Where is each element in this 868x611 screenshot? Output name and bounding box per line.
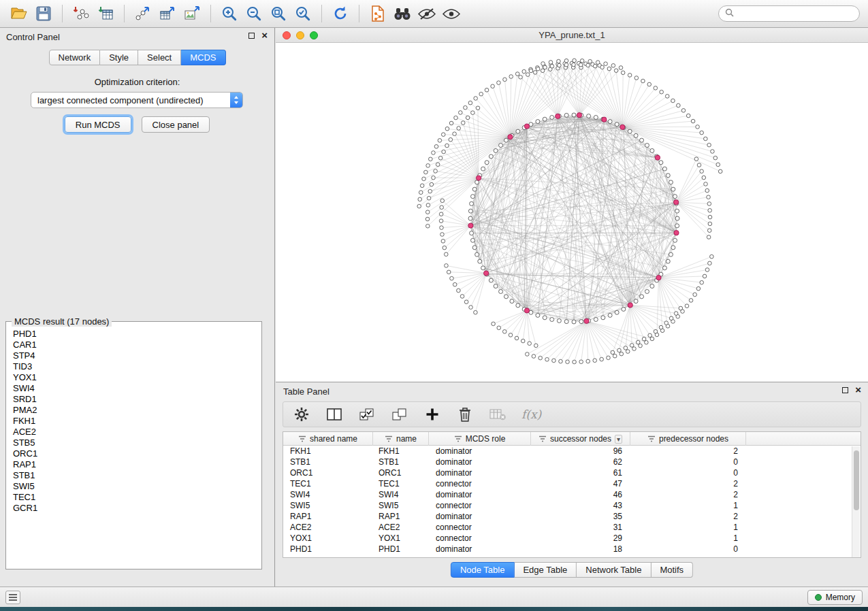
- mcds-result-item[interactable]: ORC1: [13, 448, 255, 459]
- cell-predecessors: 2: [630, 446, 746, 457]
- zoom-out-icon[interactable]: [243, 3, 265, 24]
- memory-label: Memory: [826, 593, 855, 602]
- cell-role: connector: [429, 522, 531, 533]
- menu-icon[interactable]: [5, 591, 20, 604]
- export-network-icon[interactable]: [132, 3, 154, 24]
- mcds-result-item[interactable]: STB1: [13, 470, 255, 481]
- close-panel-button[interactable]: Close panel: [142, 116, 210, 133]
- sort-icon: [539, 435, 547, 442]
- mcds-result-item[interactable]: CAR1: [13, 340, 255, 350]
- tab-node-table[interactable]: Node Table: [451, 562, 515, 578]
- float-panel-icon[interactable]: [248, 33, 255, 39]
- table-row[interactable]: ORC1ORC1dominator610: [283, 467, 861, 478]
- chevron-down-icon[interactable]: ▾: [615, 435, 622, 444]
- mcds-result-item[interactable]: YOX1: [13, 372, 255, 383]
- open-file-icon[interactable]: [8, 3, 30, 24]
- select-all-icon[interactable]: [358, 406, 376, 423]
- tab-network[interactable]: Network: [48, 50, 100, 65]
- mcds-result-item[interactable]: TEC1: [13, 492, 255, 503]
- network-canvas[interactable]: [276, 43, 867, 382]
- criterion-dropdown[interactable]: largest connected component (undirected): [31, 92, 243, 108]
- mcds-result-item[interactable]: SWI5: [13, 481, 255, 492]
- zoom-selected-icon[interactable]: [292, 3, 314, 24]
- tab-edge-table[interactable]: Edge Table: [514, 562, 577, 578]
- share-document-icon[interactable]: [367, 3, 389, 24]
- table-row[interactable]: STB1STB1dominator620: [283, 457, 861, 467]
- mcds-result-item[interactable]: FKH1: [13, 416, 255, 427]
- memory-button[interactable]: Memory: [807, 590, 863, 605]
- mcds-result-item[interactable]: SRD1: [13, 394, 255, 405]
- mcds-result-item[interactable]: STP4: [13, 350, 255, 361]
- mcds-result-item[interactable]: GCR1: [13, 503, 255, 514]
- column-header-successor-nodes[interactable]: successor nodes ▾: [531, 432, 630, 446]
- save-icon[interactable]: [33, 3, 54, 24]
- mcds-result-item[interactable]: STB5: [13, 437, 255, 448]
- table-row[interactable]: SWI4SWI4dominator462: [283, 489, 861, 500]
- export-image-icon[interactable]: [181, 3, 203, 24]
- table-row[interactable]: TEC1TEC1connector472: [283, 478, 861, 489]
- column-header-mcds-role[interactable]: MCDS role: [429, 432, 531, 446]
- table-row[interactable]: SWI5SWI5connector431: [283, 500, 861, 511]
- cell-successors: 18: [531, 544, 630, 555]
- search-field[interactable]: [718, 5, 860, 22]
- float-table-panel-icon[interactable]: [842, 387, 848, 393]
- hide-icon[interactable]: [416, 3, 438, 24]
- scrollbar-thumb[interactable]: [854, 450, 859, 510]
- close-panel-icon[interactable]: ×: [261, 31, 268, 39]
- zoom-fit-icon[interactable]: [268, 3, 289, 24]
- tab-mcds[interactable]: MCDS: [181, 50, 225, 65]
- mcds-result-item[interactable]: TID3: [13, 361, 255, 372]
- network-window-titlebar[interactable]: YPA_prune.txt_1: [276, 28, 868, 43]
- search-input[interactable]: [738, 9, 853, 18]
- tab-motifs[interactable]: Motifs: [651, 562, 693, 578]
- mcds-result-item[interactable]: ACE2: [13, 427, 255, 437]
- cell-name: SWI4: [373, 489, 429, 500]
- mcds-result-list[interactable]: PHD1CAR1STP4TID3YOX1SWI4SRD1PMA2FKH1ACE2…: [6, 327, 261, 557]
- import-table-icon[interactable]: [95, 3, 116, 24]
- refresh-icon[interactable]: [329, 3, 351, 24]
- add-row-icon[interactable]: [423, 406, 441, 423]
- toolbar-separator: [62, 5, 63, 22]
- mcds-result-item[interactable]: PHD1: [13, 329, 255, 340]
- zoom-in-icon[interactable]: [219, 3, 240, 24]
- cell-shared-name: RAP1: [283, 511, 373, 522]
- status-bar: Memory: [0, 587, 868, 607]
- table-scrollbar[interactable]: [852, 446, 860, 557]
- cell-role: dominator: [429, 457, 531, 467]
- tab-network-table[interactable]: Network Table: [577, 562, 651, 578]
- cell-role: dominator: [429, 511, 531, 522]
- cell-name: ORC1: [373, 467, 429, 478]
- import-network-icon[interactable]: [70, 3, 92, 24]
- column-header-shared-name[interactable]: shared name: [283, 432, 373, 446]
- tab-style[interactable]: Style: [100, 50, 138, 65]
- deselect-all-icon[interactable]: [391, 406, 408, 423]
- control-panel-tabs: Network Style Select MCDS: [48, 50, 225, 65]
- desktop-wallpaper: [0, 607, 868, 611]
- cell-predecessors: 2: [630, 489, 746, 500]
- table-row[interactable]: PHD1PHD1dominator180: [283, 544, 861, 555]
- main-toolbar: [0, 0, 868, 28]
- mcds-result-item[interactable]: SWI4: [13, 383, 255, 394]
- sort-icon: [385, 435, 393, 442]
- table-row[interactable]: RAP1RAP1dominator352: [283, 511, 861, 522]
- show-icon[interactable]: [440, 3, 462, 24]
- toolbar-separator: [210, 5, 211, 22]
- mcds-result-item[interactable]: PMA2: [13, 405, 255, 416]
- delete-row-icon[interactable]: [456, 406, 474, 423]
- table-row[interactable]: FKH1FKH1dominator962: [283, 446, 861, 457]
- node-table-body: FKH1FKH1dominator962STB1STB1dominator620…: [283, 446, 861, 555]
- column-header-name[interactable]: name: [373, 432, 429, 446]
- export-table-icon[interactable]: [157, 3, 178, 24]
- close-table-panel-icon[interactable]: ×: [855, 386, 861, 394]
- table-row[interactable]: YOX1YOX1connector291: [283, 533, 861, 544]
- show-columns-icon[interactable]: [325, 406, 343, 423]
- find-icon[interactable]: [391, 3, 413, 24]
- tab-select[interactable]: Select: [138, 50, 181, 65]
- run-mcds-button[interactable]: Run MCDS: [65, 116, 131, 133]
- mcds-result-item[interactable]: RAP1: [13, 459, 255, 470]
- cell-shared-name: SWI4: [283, 489, 373, 500]
- column-header-predecessor-nodes[interactable]: predecessor nodes: [630, 432, 746, 446]
- control-panel: Control Panel × Network Style Select MCD…: [0, 28, 275, 587]
- table-row[interactable]: ACE2ACE2connector311: [283, 522, 861, 533]
- table-settings-icon[interactable]: [293, 406, 310, 423]
